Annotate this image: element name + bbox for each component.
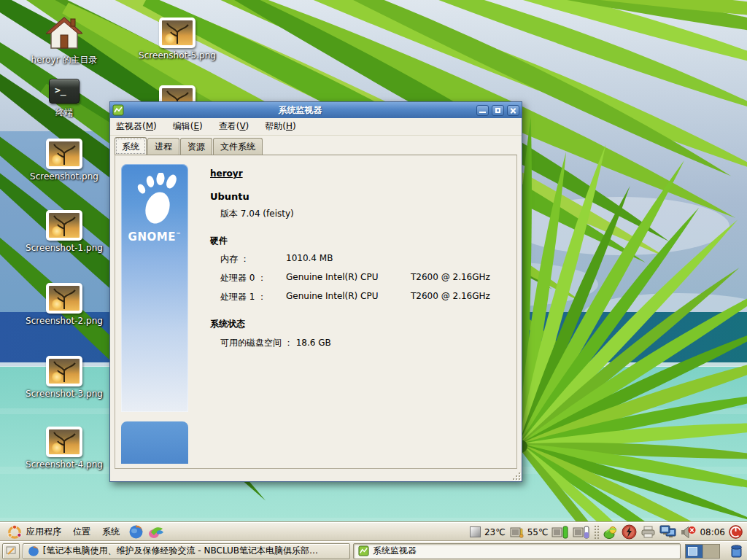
resize-grip[interactable] [511, 471, 520, 480]
home-icon [44, 16, 84, 50]
menu-view[interactable]: 查看(V) [219, 120, 249, 133]
terminal-icon: >_ [49, 79, 80, 104]
tab-resources[interactable]: 资源 [180, 138, 212, 155]
window-titlebar[interactable]: 系统监视器 [110, 102, 522, 118]
disk-value: 18.6 GB [296, 338, 331, 348]
ambient-temperature[interactable]: 23℃ [484, 527, 506, 537]
tray-status-icon[interactable] [603, 526, 618, 539]
gnome-banner: GNOME™ [121, 164, 188, 412]
workspace-window-preview [688, 547, 697, 556]
desktop-icon-label: heroyr 的主目录 [24, 54, 104, 66]
desktop-icon-home[interactable]: heroyr 的主目录 [24, 16, 104, 66]
user-name: heroyr [210, 168, 509, 179]
hardware-heading: 硬件 [210, 235, 509, 247]
image-thumbnail-icon [159, 18, 196, 48]
menu-help[interactable]: 帮助(H) [265, 120, 295, 133]
hardware-rows: 内存 ： 1010.4 MB 处理器 0 ： Genuine Intel(R) … [210, 253, 509, 303]
image-thumbnail-icon [46, 427, 82, 457]
desktop-icon-screenshot3[interactable]: Screenshot-3.png [24, 356, 104, 399]
quit-button-icon[interactable] [729, 525, 743, 539]
show-desktop-button[interactable] [2, 543, 20, 559]
cpufreq-applet-cpu0-icon[interactable] [551, 526, 569, 539]
maximize-button[interactable] [492, 105, 504, 116]
cpu0-spec: T2600 @ 2.16GHz [411, 272, 509, 284]
workspace-1[interactable] [686, 545, 703, 558]
gnome-wordmark: GNOME™ [121, 230, 188, 244]
system-monitor-icon [358, 545, 369, 556]
taskbar-button-firefox[interactable]: [笔记本电脑使用、维护及保修经验交流 - NBCLUB笔记本电脑俱乐部… [23, 543, 350, 559]
desktop-icon-label: 终端 [24, 106, 104, 119]
system-monitor-window: 系统监视器 监视器(M) 编辑(E) 查看(V) 帮助(H) 系统 进程 资源 … [109, 101, 522, 482]
desktop-icon-label: Screenshot.png [24, 171, 104, 182]
desktop-icon-label: Screenshot-5.png [137, 50, 217, 61]
menu-edit[interactable]: 编辑(E) [173, 120, 203, 133]
places-menu-label: 位置 [73, 526, 90, 538]
applications-menu[interactable]: 应用程序 [3, 524, 66, 541]
system-info: heroyr Ubuntu 版本 7.04 (feisty) 硬件 内存 ： 1… [210, 164, 509, 464]
window-title: 系统监视器 [127, 104, 473, 117]
cpu0-label: 处理器 0 ： [220, 272, 286, 284]
firefox-icon [28, 545, 39, 557]
cpu0-model: Genuine Intel(R) CPU [286, 272, 411, 284]
image-thumbnail-icon [46, 356, 82, 386]
tab-processes[interactable]: 进程 [147, 138, 179, 155]
ubuntu-logo-icon [7, 525, 22, 540]
cpu-thermometer-icon[interactable] [509, 526, 524, 539]
memory-value: 1010.4 MB [286, 253, 509, 265]
volume-muted-icon[interactable] [681, 526, 696, 539]
trash-applet[interactable] [727, 542, 745, 560]
cpufreq-applet-cpu1-icon[interactable] [573, 526, 590, 539]
desktop-icon-terminal[interactable]: >_ 终端 [24, 79, 104, 119]
desktop-icon-screenshot[interactable]: Screenshot.png [24, 139, 104, 182]
app-launcher[interactable] [147, 524, 165, 541]
menu-monitor[interactable]: 监视器(M) [116, 120, 157, 133]
desktop-icon-screenshot4[interactable]: Screenshot-4.png [24, 427, 104, 470]
minimize-button[interactable] [476, 105, 489, 116]
desktop-icon-label: Screenshot-3.png [24, 389, 104, 399]
disk-label: 可用的磁盘空间 ： [220, 338, 293, 348]
taskbar-button-label: [笔记本电脑使用、维护及保修经验交流 - NBCLUB笔记本电脑俱乐部… [43, 545, 318, 557]
firefox-launcher[interactable] [127, 524, 144, 541]
image-thumbnail-icon [46, 139, 82, 169]
workspace-switcher [685, 544, 720, 559]
desktop-icon-screenshot2[interactable]: Screenshot-2.png [24, 283, 104, 326]
clock[interactable]: 08:06 [700, 527, 725, 537]
system-tab-page: GNOME™ heroyr Ubuntu 版本 7.04 (feisty) 硬件… [115, 155, 517, 469]
desktop-icon-label: Screenshot-4.png [24, 459, 104, 470]
close-button[interactable] [507, 105, 519, 116]
desktop-icon-label: Screenshot-1.png [24, 243, 104, 253]
system-menu-label: 系统 [102, 526, 120, 538]
displays-network-icon[interactable] [659, 525, 677, 540]
monitor-applet-icon[interactable] [470, 526, 481, 537]
desktop-icon-screenshot1[interactable]: Screenshot-1.png [24, 210, 104, 253]
distro-banner-column: GNOME™ [121, 164, 188, 464]
places-menu[interactable]: 位置 [69, 524, 95, 540]
tab-strip: 系统 进程 资源 文件系统 [110, 136, 522, 155]
window-statusbar [110, 469, 522, 481]
cpu1-spec: T2600 @ 2.16GHz [411, 291, 509, 303]
applications-menu-label: 应用程序 [26, 526, 61, 538]
cpu-temperature[interactable]: 55℃ [527, 527, 549, 537]
desktop-icon-screenshot5[interactable]: Screenshot-5.png [137, 18, 217, 61]
image-thumbnail-icon [46, 210, 82, 241]
workspace-2[interactable] [703, 545, 719, 558]
system-menu[interactable]: 系统 [98, 524, 124, 540]
banner-footer-block [121, 421, 188, 464]
tray-drag-handle[interactable] [594, 525, 600, 540]
memory-label: 内存 ： [220, 253, 286, 265]
cpu1-model: Genuine Intel(R) CPU [286, 291, 411, 303]
tab-filesystems[interactable]: 文件系统 [213, 138, 263, 155]
taskbar-button-system-monitor[interactable]: 系统监视器 [353, 543, 681, 559]
image-thumbnail-icon [46, 283, 82, 314]
colorful-app-icon [148, 525, 164, 540]
window-menubar: 监视器(M) 编辑(E) 查看(V) 帮助(H) [110, 118, 522, 136]
printer-icon[interactable] [640, 526, 656, 538]
trash-icon [729, 544, 743, 559]
system-monitor-icon [112, 104, 124, 116]
disk-space-row: 可用的磁盘空间 ： 18.6 GB [210, 337, 509, 349]
tab-system[interactable]: 系统 [115, 137, 147, 155]
power-manager-icon[interactable] [622, 524, 637, 540]
gnome-panel: 应用程序 位置 系统 23℃ [0, 522, 747, 541]
system-tray: 23℃ 55℃ [470, 524, 744, 540]
desktop-icon-label: Screenshot-2.png [24, 316, 104, 326]
